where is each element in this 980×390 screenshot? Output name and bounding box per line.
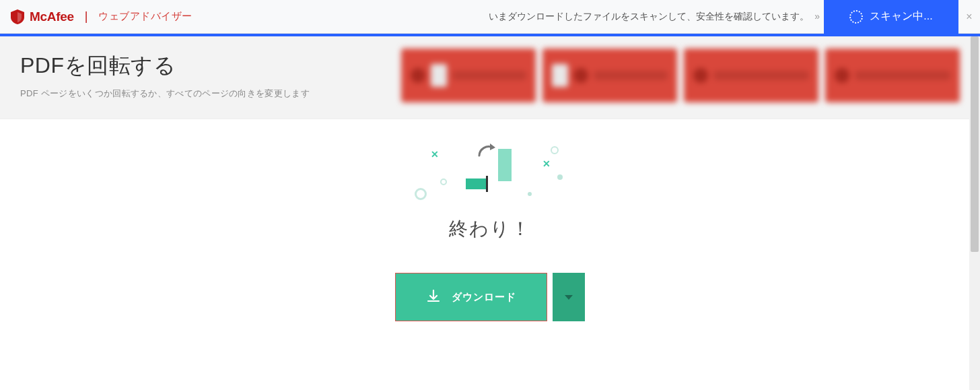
decor-x-icon: ✕ — [431, 149, 439, 160]
decor-x-icon: ✕ — [542, 158, 551, 169]
scanning-label: スキャン中... — [870, 9, 932, 24]
rotate-arrow-icon — [478, 143, 497, 161]
mcafee-brand-text: McAfee — [30, 9, 74, 24]
rotate-icon — [466, 146, 514, 195]
spinner-icon — [849, 10, 863, 24]
chevron-right-icon: » — [814, 11, 818, 22]
caret-down-icon — [565, 295, 573, 300]
ad-tile[interactable] — [542, 48, 677, 102]
done-label: 終わり！ — [449, 216, 531, 242]
main-content: ✕ ✕ 終わり！ ダウンロード — [0, 119, 980, 321]
ad-tile[interactable] — [825, 48, 960, 102]
mcafee-divider: | — [85, 9, 88, 24]
mcafee-status-text: いまダウンロードしたファイルをスキャンして、安全性を確認しています。 » — [489, 11, 824, 23]
page-subtitle: PDF ページをいくつか回転するか、すべてのページの向きを変更します — [20, 88, 310, 100]
decor-dot-icon — [557, 174, 563, 180]
decor-circle-icon — [551, 146, 559, 154]
close-icon[interactable]: × — [958, 11, 980, 23]
scanning-indicator[interactable]: スキャン中... — [824, 0, 958, 34]
download-button[interactable]: ダウンロード — [395, 273, 547, 321]
page-title: PDFを回転する — [20, 51, 310, 81]
mcafee-advisor-label: ウェブアドバイザー — [98, 10, 193, 23]
mcafee-status-msg: いまダウンロードしたファイルをスキャンして、安全性を確認しています。 — [489, 11, 809, 22]
scrollbar-thumb[interactable] — [971, 36, 979, 252]
mcafee-notification-bar: McAfee | ウェブアドバイザー いまダウンロードしたファイルをスキャンして… — [0, 0, 980, 34]
scrollbar-track[interactable] — [969, 36, 980, 390]
mcafee-logo-section: McAfee | ウェブアドバイザー — [0, 9, 193, 24]
download-icon — [426, 289, 441, 306]
ad-tile[interactable] — [401, 48, 536, 102]
ad-tile[interactable] — [684, 48, 818, 102]
page-header-text: PDFを回転する PDF ページをいくつか回転するか、すべてのページの向きを変更… — [20, 51, 310, 100]
page-header: PDFを回転する PDF ページをいくつか回転するか、すべてのページの向きを変更… — [0, 36, 980, 119]
page-tall-icon — [498, 149, 512, 181]
decor-dot-icon — [528, 192, 532, 196]
page-wide-icon — [466, 178, 486, 189]
success-illustration: ✕ ✕ — [409, 146, 571, 200]
download-row: ダウンロード — [395, 273, 585, 321]
axis-bar-icon — [486, 176, 488, 192]
decor-circle-icon — [415, 188, 427, 200]
mcafee-shield-icon — [11, 9, 24, 24]
ad-tiles — [401, 48, 960, 102]
download-options-button[interactable] — [553, 273, 585, 321]
download-button-label: ダウンロード — [452, 291, 516, 304]
decor-circle-icon — [440, 178, 447, 185]
